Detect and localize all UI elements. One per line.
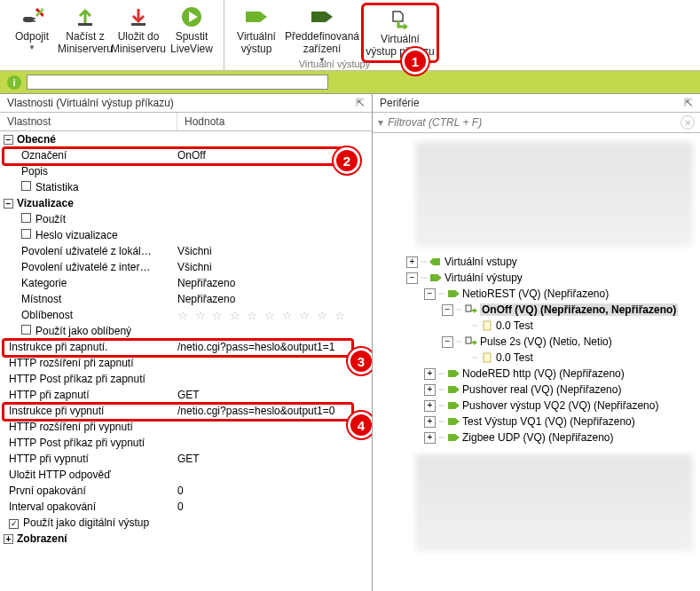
arrow-out-dark-icon: [310, 4, 334, 29]
expand-icon[interactable]: +: [4, 534, 13, 544]
row-instr-off[interactable]: Instrukce při vypnutí/netio.cgi?pass=hes…: [0, 403, 372, 419]
row-pouzit[interactable]: Použít: [0, 211, 372, 227]
callout-2: 2: [334, 147, 360, 174]
tree-node-test2[interactable]: ┈0.0 Test: [376, 350, 700, 366]
tree-node-zigbee[interactable]: +┈Zigbee UDP (VQ) (Nepřiřazeno): [376, 429, 700, 445]
collapse-icon[interactable]: −: [424, 288, 436, 300]
tree-node-onoff[interactable]: −┈OnOff (VQ) (Nepřiřazeno, Nepřiřazeno): [376, 302, 700, 318]
collapse-icon[interactable]: −: [4, 199, 13, 209]
row-povinet[interactable]: Povolení uživatelé z inter…Všichni: [0, 259, 372, 275]
tree-node-virtual-outputs[interactable]: −┈Virtuální výstupy: [376, 270, 700, 286]
expand-icon[interactable]: +: [424, 416, 436, 428]
expand-icon[interactable]: +: [406, 256, 418, 268]
liveview-label: Spustit LiveView: [167, 31, 216, 56]
svg-rect-1: [33, 18, 35, 20]
collapse-icon[interactable]: −: [442, 304, 453, 316]
pin-icon[interactable]: ⇱: [684, 97, 693, 109]
svg-rect-13: [466, 337, 471, 343]
filter-input[interactable]: [388, 116, 680, 129]
upload-icon: [73, 4, 98, 29]
peripherals-tree[interactable]: +┈Virtuální vstupy −┈Virtuální výstupy −…: [373, 133, 700, 591]
collapse-icon[interactable]: −: [442, 336, 453, 348]
row-povlocal[interactable]: Povolení uživatelé z lokál…Všichni: [0, 243, 372, 259]
expand-icon[interactable]: +: [424, 400, 436, 412]
properties-header: Vlastnost Hodnota: [0, 113, 372, 131]
expand-icon[interactable]: +: [424, 384, 436, 396]
row-mistnost[interactable]: MístnostNepřiřazeno: [0, 291, 372, 307]
preset-devices-label: Předdefinovaná zařízení: [285, 31, 359, 56]
row-oblibenost[interactable]: Oblíbenost☆ ☆ ☆ ☆ ☆ ☆ ☆ ☆ ☆ ☆: [0, 307, 372, 323]
expand-icon[interactable]: +: [424, 432, 436, 444]
row-popis[interactable]: Popis: [0, 163, 372, 179]
row-kategorie[interactable]: KategorieNepřiřazeno: [0, 275, 372, 291]
filter-row: ▾ ✕: [373, 113, 700, 133]
checkbox-icon[interactable]: [21, 229, 31, 239]
checkbox-icon[interactable]: ✓: [9, 519, 19, 529]
preset-devices-button[interactable]: Předdefinovaná zařízení ▼: [283, 3, 361, 66]
checkbox-icon[interactable]: [21, 181, 31, 191]
virtual-output-button[interactable]: Virtuální výstup: [230, 3, 283, 58]
virtual-cmd-output-button[interactable]: Virtuální výstup příkazu: [361, 3, 439, 63]
strip-search-input[interactable]: [27, 75, 328, 90]
section-general[interactable]: −Obecné: [0, 131, 372, 147]
checkbox-icon[interactable]: [21, 213, 31, 223]
svg-rect-0: [23, 17, 34, 22]
row-httppost-on[interactable]: HTTP Post příkaz při zapnutí: [0, 371, 372, 387]
arrow-out-icon: [447, 399, 460, 412]
callout-1: 1: [402, 48, 429, 75]
arrow-out-icon: [447, 415, 460, 428]
row-interval[interactable]: Interval opakování0: [0, 499, 372, 515]
row-httpext-on[interactable]: HTTP rozšíření při zapnutí: [0, 355, 372, 371]
arrow-out-icon: [244, 4, 269, 29]
svg-rect-7: [311, 12, 326, 22]
expand-icon[interactable]: +: [424, 368, 436, 380]
row-instr-on[interactable]: Instrukce při zapnutí./netio.cgi?pass=he…: [0, 339, 372, 355]
row-httppost-off[interactable]: HTTP Post příkaz při vypnutí: [0, 435, 372, 451]
disconnect-label: Odpojit: [15, 31, 49, 43]
liveview-button[interactable]: Spustit LiveView: [165, 3, 218, 58]
svg-rect-8: [433, 258, 440, 265]
doc-arrow-icon: [388, 7, 413, 32]
collapse-icon[interactable]: −: [406, 272, 418, 284]
properties-title: Vlastnosti (Virtuální výstup příkazu): [7, 97, 174, 109]
disconnect-button[interactable]: Odpojit ▼: [5, 3, 59, 53]
info-strip: i: [0, 71, 700, 93]
tree-node-pulse[interactable]: −┈Pulse 2s (VQ) (Netio, Netio): [376, 334, 700, 350]
svg-rect-14: [484, 353, 491, 362]
tree-node-nodered[interactable]: +┈NodeRED http (VQ) (Nepřiřazeno): [376, 366, 700, 382]
row-savehttp[interactable]: Uložit HTTP odpověď: [0, 467, 372, 483]
clear-filter-icon[interactable]: ✕: [680, 115, 695, 130]
svg-rect-2: [33, 20, 35, 22]
tree-node-test1[interactable]: ┈0.0 Test: [376, 318, 700, 334]
row-statistika[interactable]: Statistika: [0, 179, 372, 195]
row-http-off[interactable]: HTTP při vypnutíGET: [0, 451, 372, 467]
page-icon: [481, 319, 493, 332]
load-button[interactable]: Načíst z Miniserveru: [59, 3, 112, 58]
svg-rect-17: [448, 402, 455, 409]
row-oblfav[interactable]: Použít jako oblíbený: [0, 323, 372, 339]
row-oznaceni[interactable]: OznačeníOnOff: [0, 147, 372, 163]
play-icon: [179, 4, 204, 29]
properties-list[interactable]: −Obecné OznačeníOnOff 2 Popis Statistika…: [0, 131, 372, 591]
peripherals-panel: Periférie ⇱ ▾ ✕ +┈Virtuální vstupy −┈Vir…: [373, 93, 700, 591]
section-vizualizace[interactable]: −Vizualizace: [0, 195, 372, 211]
row-httpext-off[interactable]: HTTP rozšíření při vypnutí: [0, 419, 372, 435]
save-button[interactable]: Uložit do Miniserveru: [112, 3, 165, 58]
callout-4: 4: [348, 412, 372, 438]
row-http-on[interactable]: HTTP při zapnutíGET: [0, 387, 372, 403]
row-digital[interactable]: ✓Použít jako digitální výstup: [0, 515, 372, 531]
section-zobrazeni[interactable]: +Zobrazení: [0, 531, 372, 547]
tree-node-testvq1[interactable]: +┈Test Výstup VQ1 (VQ) (Nepřiřazeno): [376, 414, 700, 429]
funnel-icon[interactable]: ▾: [378, 116, 383, 129]
tree-node-virtual-inputs[interactable]: +┈Virtuální vstupy: [376, 254, 700, 270]
tree-node-pushvq2[interactable]: +┈Pushover výstup VQ2 (VQ) (Nepřiřazeno): [376, 398, 700, 414]
row-hesloviz[interactable]: Heslo vizualizace: [0, 227, 372, 243]
arrow-out-icon: [447, 431, 460, 444]
collapse-icon[interactable]: −: [4, 135, 13, 145]
tree-node-netiorest[interactable]: −┈NetioREST (VQ) (Nepřiřazeno): [376, 286, 700, 302]
properties-panel: Vlastnosti (Virtuální výstup příkazu) ⇱ …: [0, 93, 373, 591]
checkbox-icon[interactable]: [21, 325, 31, 335]
row-prvni[interactable]: První opakování0: [0, 483, 372, 499]
tree-node-pushreal[interactable]: +┈Pushover real (VQ) (Nepřiřazeno): [376, 382, 700, 398]
pin-icon[interactable]: ⇱: [356, 97, 365, 109]
